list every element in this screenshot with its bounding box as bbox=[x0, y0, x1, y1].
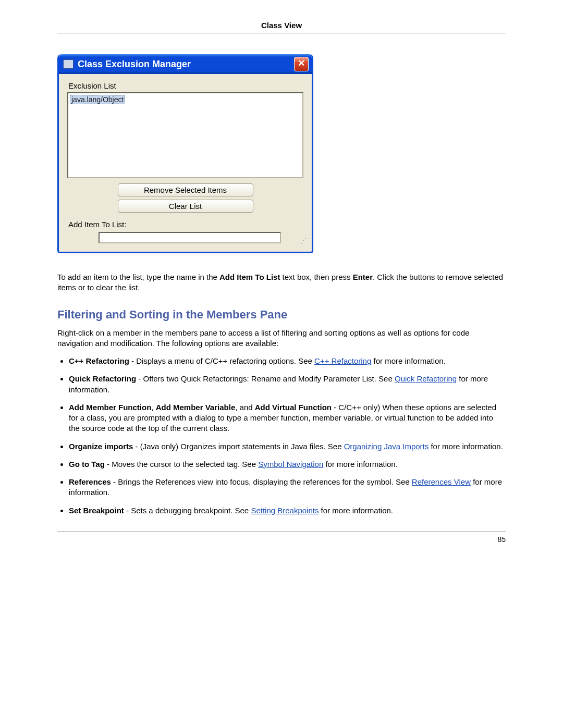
dialog-titlebar[interactable]: Class Exclusion Manager ✕ bbox=[59, 54, 312, 74]
list-item: References - Brings the References view … bbox=[69, 477, 506, 498]
paragraph-add-item: To add an item to the list, type the nam… bbox=[57, 272, 506, 293]
link-quick-refactoring[interactable]: Quick Refactoring bbox=[395, 374, 457, 383]
clear-list-button[interactable]: Clear List bbox=[118, 200, 253, 213]
list-item: Set Breakpoint - Sets a debugging breakp… bbox=[69, 505, 506, 516]
link-symbol-navigation[interactable]: Symbol Navigation bbox=[258, 460, 323, 468]
list-item: Go to Tag - Moves the cursor to the sele… bbox=[69, 459, 506, 470]
exclusion-list-label: Exclusion List bbox=[68, 81, 303, 90]
page-number: 85 bbox=[497, 535, 506, 544]
section-heading: Filtering and Sorting in the Members Pan… bbox=[57, 308, 506, 322]
options-list: C++ Refactoring - Displays a menu of C/C… bbox=[57, 356, 506, 516]
add-item-label: Add Item To List: bbox=[68, 220, 303, 229]
link-setting-breakpoints[interactable]: Setting Breakpoints bbox=[251, 506, 319, 515]
section-intro: Right-click on a member in the members p… bbox=[57, 328, 506, 349]
window-icon bbox=[63, 59, 74, 69]
page-header: Class View bbox=[57, 21, 506, 33]
list-item: Add Member Function, Add Member Variable… bbox=[69, 402, 506, 434]
list-item: Quick Refactoring - Offers two Quick Ref… bbox=[69, 374, 506, 395]
remove-selected-button[interactable]: Remove Selected Items bbox=[118, 183, 253, 196]
link-cpp-refactoring[interactable]: C++ Refactoring bbox=[314, 356, 371, 365]
list-item[interactable]: java.lang/Object bbox=[70, 95, 125, 104]
list-item: C++ Refactoring - Displays a menu of C/C… bbox=[69, 356, 506, 366]
page-footer: 85 bbox=[57, 532, 506, 544]
dialog-title: Class Exclusion Manager bbox=[78, 59, 294, 70]
link-references-view[interactable]: References View bbox=[412, 477, 471, 486]
dialog-body: Exclusion List java.lang/Object Remove S… bbox=[59, 74, 312, 252]
list-item: Organize imports - (Java only) Organizes… bbox=[69, 441, 506, 452]
link-organizing-java-imports[interactable]: Organizing Java Imports bbox=[344, 442, 429, 451]
close-button[interactable]: ✕ bbox=[294, 57, 309, 71]
add-item-input[interactable] bbox=[99, 232, 281, 243]
exclusion-listbox[interactable]: java.lang/Object bbox=[67, 92, 303, 178]
class-exclusion-manager-dialog: Class Exclusion Manager ✕ Exclusion List… bbox=[57, 54, 313, 253]
